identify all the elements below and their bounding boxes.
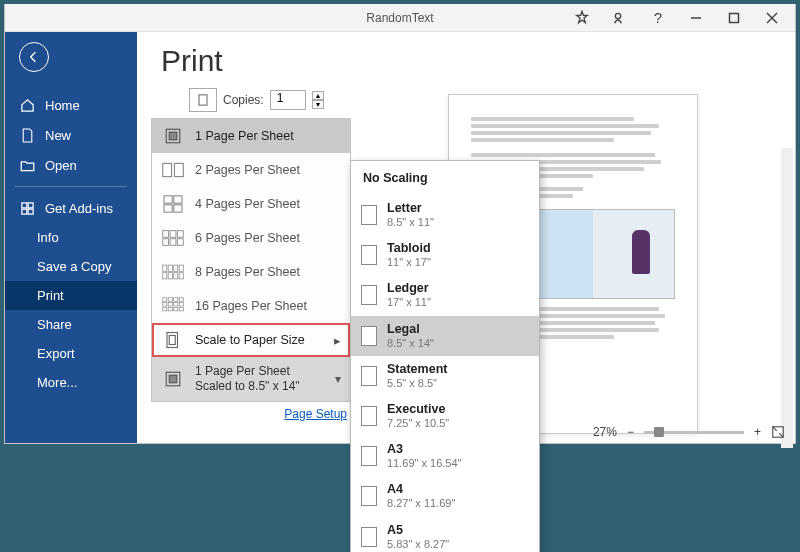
svg-rect-18 <box>163 231 169 238</box>
feedback-icon[interactable] <box>603 5 637 31</box>
paper-dims: 5.83" x 8.27" <box>387 538 449 551</box>
window-title: RandomText <box>366 11 433 25</box>
paper-dims: 11.69" x 16.54" <box>387 457 461 470</box>
print-button-stub[interactable] <box>189 88 217 112</box>
premium-icon[interactable] <box>565 5 599 31</box>
sidebar-item-open[interactable]: Open <box>5 150 137 180</box>
pps-option-4[interactable]: 4 Pages Per Sheet <box>152 187 350 221</box>
svg-rect-19 <box>170 231 176 238</box>
sidebar-item-savecopy[interactable]: Save a Copy <box>5 252 137 281</box>
svg-rect-22 <box>170 239 176 246</box>
svg-rect-30 <box>174 273 178 279</box>
preview-image <box>525 209 675 299</box>
paper-option-statement[interactable]: Statement5.5" x 8.5" <box>351 356 539 396</box>
flyout-header[interactable]: No Scaling <box>351 161 539 195</box>
svg-rect-2 <box>730 13 739 22</box>
sidebar-item-more[interactable]: More... <box>5 368 137 397</box>
sidebar-item-info[interactable]: Info <box>5 223 137 252</box>
page-setup-link-wrap: Page Setup <box>151 406 351 421</box>
zoom-in-button[interactable]: + <box>754 425 761 439</box>
svg-rect-36 <box>163 303 167 306</box>
paper-dims: 11" x 17" <box>387 256 431 269</box>
zoom-out-button[interactable]: − <box>627 425 634 439</box>
pps-option-8[interactable]: 8 Pages Per Sheet <box>152 255 350 289</box>
svg-rect-28 <box>163 273 167 279</box>
svg-line-49 <box>773 427 777 431</box>
sidebar-item-print[interactable]: Print <box>5 281 137 310</box>
svg-rect-21 <box>163 239 169 246</box>
svg-rect-12 <box>163 163 172 176</box>
pps-option-1[interactable]: 1 Page Per Sheet <box>152 119 350 153</box>
help-icon[interactable]: ? <box>641 5 675 31</box>
page-setup-link[interactable]: Page Setup <box>284 407 347 421</box>
print-settings: Copies: 1 ▴▾ 1 Page Per Sheet <box>151 88 351 443</box>
paper-name: A5 <box>387 523 449 538</box>
paper-option-a3[interactable]: A311.69" x 16.54" <box>351 436 539 476</box>
minimize-button[interactable] <box>679 5 713 31</box>
pps-option-2[interactable]: 2 Pages Per Sheet <box>152 153 350 187</box>
pps8-icon <box>161 262 185 282</box>
paper-size-flyout: No Scaling Letter8.5" x 11"Tabloid11" x … <box>350 160 540 552</box>
pps1-icon <box>161 126 185 146</box>
svg-rect-29 <box>168 273 172 279</box>
home-icon <box>19 97 35 113</box>
copies-row: Copies: 1 ▴▾ <box>151 88 351 112</box>
paper-option-tabloid[interactable]: Tabloid11" x 17" <box>351 235 539 275</box>
sidebar-label: Info <box>37 230 59 245</box>
maximize-button[interactable] <box>717 5 751 31</box>
paper-name: Executive <box>387 402 449 417</box>
paper-name: Tabloid <box>387 241 431 256</box>
paper-option-a4[interactable]: A48.27" x 11.69" <box>351 476 539 516</box>
sidebar-item-new[interactable]: New <box>5 120 137 150</box>
zoom-value: 27% <box>593 425 617 439</box>
svg-rect-43 <box>179 307 183 310</box>
zoom-slider[interactable] <box>644 431 744 434</box>
pps16-icon <box>161 296 185 316</box>
open-icon <box>19 157 35 173</box>
sidebar-label: Save a Copy <box>37 259 111 274</box>
sidebar-item-home[interactable]: Home <box>5 90 137 120</box>
sidebar-label: Export <box>37 346 75 361</box>
paper-dims: 17" x 11" <box>387 296 431 309</box>
paper-dims: 8.5" x 14" <box>387 337 434 350</box>
pages-per-sheet-dropdown: 1 Page Per Sheet 2 Pages Per Sheet <box>151 118 351 402</box>
chevron-down-icon: ▾ <box>335 372 341 387</box>
svg-rect-9 <box>199 95 207 105</box>
close-button[interactable] <box>755 5 789 31</box>
svg-rect-39 <box>179 303 183 306</box>
svg-rect-25 <box>168 265 172 271</box>
page-icon <box>361 527 377 547</box>
paper-option-ledger[interactable]: Ledger17" x 11" <box>351 275 539 315</box>
paper-option-legal[interactable]: Legal8.5" x 14" <box>351 316 539 356</box>
svg-rect-20 <box>177 231 183 238</box>
copies-spinner[interactable]: ▴▾ <box>312 91 324 109</box>
preview-scrollbar[interactable] <box>781 148 793 448</box>
svg-rect-7 <box>21 209 26 214</box>
pps-summary-icon <box>161 369 185 389</box>
svg-rect-5 <box>21 202 26 207</box>
paper-name: A3 <box>387 442 461 457</box>
sidebar-item-share[interactable]: Share <box>5 310 137 339</box>
svg-rect-14 <box>164 196 172 203</box>
paper-name: A4 <box>387 482 455 497</box>
svg-rect-33 <box>168 298 172 301</box>
pps-scale-submenu[interactable]: Scale to Paper Size ▸ <box>152 323 350 357</box>
paper-option-executive[interactable]: Executive7.25" x 10.5" <box>351 396 539 436</box>
pps-option-6[interactable]: 6 Pages Per Sheet <box>152 221 350 255</box>
svg-rect-13 <box>174 163 183 176</box>
paper-dims: 5.5" x 8.5" <box>387 377 447 390</box>
pps-option-16[interactable]: 16 Pages Per Sheet <box>152 289 350 323</box>
svg-rect-31 <box>179 273 183 279</box>
sidebar-item-export[interactable]: Export <box>5 339 137 368</box>
svg-rect-11 <box>169 132 177 140</box>
copies-input[interactable]: 1 <box>270 90 306 110</box>
pps-summary[interactable]: 1 Page Per Sheet Scaled to 8.5" x 14" ▾ <box>152 357 350 401</box>
paper-option-letter[interactable]: Letter8.5" x 11" <box>351 195 539 235</box>
back-button[interactable] <box>19 42 49 72</box>
sidebar-item-addins[interactable]: Get Add-ins <box>5 193 137 223</box>
paper-option-a5[interactable]: A55.83" x 8.27" <box>351 517 539 553</box>
zoom-status: 27% − + <box>593 425 785 439</box>
divider <box>15 186 127 187</box>
svg-rect-8 <box>28 209 33 214</box>
zoom-fit-icon[interactable] <box>771 425 785 439</box>
